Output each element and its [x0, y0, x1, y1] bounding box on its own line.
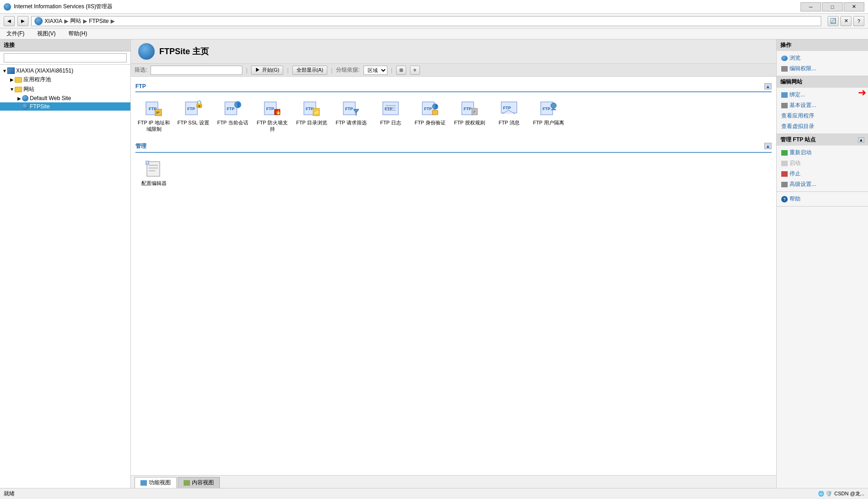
- stop-button[interactable]: ✕: [840, 16, 851, 26]
- tree-toggle-xiaxia[interactable]: ▼: [2, 68, 7, 73]
- icon-ftp-auth[interactable]: FTP 👤 FTP 身份验证: [412, 96, 448, 136]
- start-button[interactable]: ▶ 开始(G): [251, 66, 283, 75]
- minimize-button[interactable]: ─: [801, 2, 821, 11]
- icon-ftp-filter[interactable]: FTP FTP 请求筛选: [333, 96, 370, 136]
- icon-area: FTP ▲ FTP IP FTP IP 地址和域限制: [131, 77, 776, 475]
- svg-point-38: [551, 103, 556, 108]
- icon-ftp-dir[interactable]: FTP 📁 FTP 目录浏览: [293, 96, 330, 136]
- svg-text:IP: IP: [156, 111, 160, 115]
- server-icon: [7, 67, 15, 74]
- tree-toggle-apps[interactable]: ▶: [9, 77, 15, 82]
- refresh-button[interactable]: 🔄: [828, 16, 839, 26]
- icon-ftp-ssl[interactable]: FTP 🔒 FTP SSL 设置: [175, 96, 212, 136]
- menu-help[interactable]: 帮助(H): [66, 29, 90, 39]
- group-select[interactable]: 区域: [364, 66, 387, 75]
- icon-ftp-ip[interactable]: FTP IP FTP IP 地址和域限制: [135, 96, 172, 136]
- icon-ftp-user[interactable]: FTP FTP 用户隔离: [530, 96, 567, 136]
- ftp-dir-icon: FTP 📁: [302, 99, 321, 118]
- tree-toggle-defaultweb[interactable]: ▶: [17, 96, 22, 101]
- icon-config-editor[interactable]: 配置编辑器: [135, 157, 172, 190]
- svg-text:✓: ✓: [473, 110, 476, 114]
- right-panel: 操作 浏览 编辑权限... 编辑网站 绑定... ➜: [776, 39, 868, 488]
- address-path[interactable]: XIAXIA ▶ 网站 ▶ FTPSite ▶: [31, 16, 821, 26]
- view-list-button[interactable]: ≡: [410, 66, 420, 75]
- help-action[interactable]: ? 帮助: [777, 194, 868, 204]
- view-apps-label: 查看应用程序: [781, 112, 814, 120]
- icon-ftp-firewall[interactable]: FTP 🔥 FTP 防火墙支持: [254, 96, 291, 136]
- menu-file[interactable]: 文件(F): [4, 29, 27, 39]
- icon-ftp-msg[interactable]: FTP FTP 消息: [491, 96, 527, 136]
- ftp-session-label: FTP 当前会话: [217, 119, 248, 126]
- manage-ftp-collapse[interactable]: ▲: [858, 137, 864, 143]
- ftp-auth-label: FTP 身份验证: [414, 119, 446, 126]
- start-label: 启动: [790, 159, 801, 167]
- bind-action[interactable]: 绑定...: [777, 90, 868, 100]
- back-button[interactable]: ◀: [4, 16, 15, 26]
- manage-collapse-button[interactable]: ▲: [764, 143, 772, 149]
- ftp-dir-label: FTP 目录浏览: [296, 119, 327, 126]
- browse-action[interactable]: 浏览: [777, 53, 868, 63]
- basic-settings-action[interactable]: 基本设置...: [777, 100, 868, 111]
- maximize-button[interactable]: □: [822, 2, 843, 11]
- close-button[interactable]: ✕: [844, 2, 864, 11]
- content-view-icon: [184, 480, 190, 486]
- icon-ftp-session[interactable]: FTP 👤 FTP 当前会话: [214, 96, 251, 136]
- manage-section-label: 管理: [135, 142, 146, 150]
- tree-label-ftpsite: FTPSite: [30, 103, 50, 110]
- operations-header: 操作: [777, 39, 868, 51]
- tree-item-ftpsite[interactable]: FTPSite: [0, 102, 130, 111]
- tree-item-xiaxia[interactable]: ▼ XIAXIA (XIAXIA\86151): [0, 67, 130, 75]
- manage-icon-grid: 配置编辑器: [135, 157, 772, 190]
- view-vdirs-action[interactable]: 查看虚拟目录: [777, 121, 868, 132]
- edit-site-section: 编辑网站 绑定... ➜ 基本设置... 查看应用程序 查看虚拟目录: [777, 76, 868, 134]
- ftp-ip-icon: FTP IP: [145, 99, 163, 118]
- tree-label-defaultweb: Default Web Site: [30, 95, 71, 101]
- sidebar-header: 连接: [0, 39, 130, 51]
- basic-settings-label: 基本设置...: [790, 101, 816, 109]
- help-label: 帮助: [790, 195, 801, 203]
- tree-item-apps[interactable]: ▶ 应用程序池: [0, 75, 130, 84]
- addr-xiaxia[interactable]: XIAXIA: [45, 18, 62, 24]
- ftp-collapse-button[interactable]: ▲: [764, 83, 772, 90]
- sidebar-search-input[interactable]: [4, 53, 127, 62]
- restart-action[interactable]: 重新启动: [777, 147, 868, 158]
- tree-toggle-sites[interactable]: ▼: [9, 87, 15, 92]
- tree-item-defaultweb[interactable]: ▶ Default Web Site: [0, 94, 130, 102]
- addr-ftpsite[interactable]: FTPSite: [89, 18, 109, 24]
- icon-ftp-log[interactable]: FTP FTP 日志: [372, 96, 409, 136]
- bind-icon: [781, 92, 788, 98]
- tab-feature-view[interactable]: 功能视图: [134, 477, 177, 488]
- advanced-settings-action[interactable]: 高级设置...: [777, 179, 868, 190]
- stop-action[interactable]: 停止: [777, 168, 868, 179]
- edit-perms-icon: [781, 66, 788, 72]
- sidebar: 连接 ▼ XIAXIA (XIAXIA\86151) ▶ 应用程序池 ▼ 网站: [0, 39, 131, 488]
- main-layout: 连接 ▼ XIAXIA (XIAXIA\86151) ▶ 应用程序池 ▼ 网站: [0, 39, 868, 488]
- view-toggle-button[interactable]: ⊞: [396, 66, 406, 75]
- ftp-firewall-icon: FTP 🔥: [263, 99, 281, 118]
- ftp-ssl-icon: FTP 🔒: [184, 99, 202, 118]
- config-editor-icon: [145, 160, 163, 178]
- view-apps-action[interactable]: 查看应用程序: [777, 111, 868, 121]
- manage-section-header: 管理 ▲: [135, 140, 772, 153]
- ftp-user-label: FTP 用户隔离: [533, 119, 564, 126]
- svg-text:👤: 👤: [236, 102, 241, 107]
- tab-content-view[interactable]: 内容视图: [178, 477, 220, 488]
- status-right: 🌐 🛡️ CSDN @龙...: [818, 490, 864, 497]
- tab-feature-view-label: 功能视图: [149, 479, 171, 487]
- icon-ftp-rules[interactable]: FTP ✓ FTP 授权规则: [451, 96, 488, 136]
- ftp-firewall-label: FTP 防火墙支持: [256, 119, 288, 133]
- filter-input[interactable]: [151, 66, 242, 75]
- help-toolbar-button[interactable]: ?: [853, 16, 864, 26]
- menu-view[interactable]: 视图(V): [34, 29, 58, 39]
- tree-item-sites[interactable]: ▼ 网站: [0, 84, 130, 94]
- show-all-button[interactable]: 全部显示(A): [292, 66, 328, 75]
- content-title: FTPSite 主页: [159, 46, 209, 57]
- addr-sites[interactable]: 网站: [70, 17, 81, 25]
- help-section: ? 帮助: [777, 192, 868, 207]
- advanced-settings-label: 高级设置...: [790, 180, 816, 188]
- start-icon: [781, 161, 788, 166]
- forward-button[interactable]: ▶: [17, 16, 28, 26]
- tray-icons: 🌐 🛡️: [818, 491, 832, 497]
- svg-text:FTP: FTP: [543, 107, 550, 111]
- edit-perms-action[interactable]: 编辑权限...: [777, 63, 868, 74]
